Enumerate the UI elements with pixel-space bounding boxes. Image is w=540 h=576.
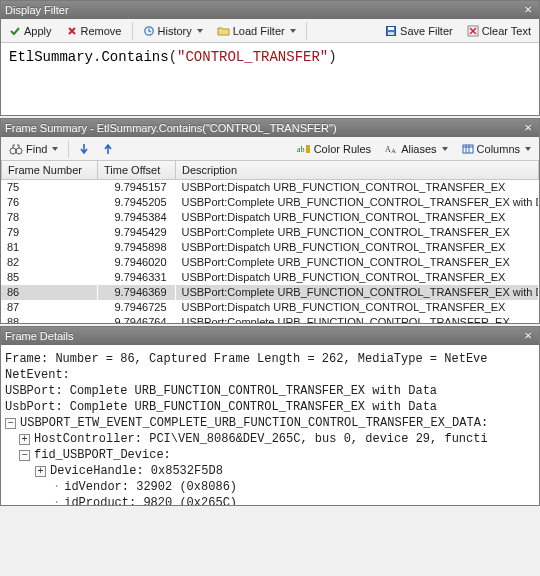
nav-up-button[interactable]: [97, 141, 119, 157]
detail-id-product[interactable]: · idProduct: 9820 (0x265C): [5, 495, 535, 505]
col-description[interactable]: Description: [176, 161, 539, 179]
cell-frame-number: 87: [1, 300, 97, 315]
detail-netevent[interactable]: NetEvent:: [5, 367, 535, 383]
cell-time-offset: 9.7946725: [97, 300, 175, 315]
cell-description: USBPort:Dispatch URB_FUNCTION_CONTROL_TR…: [175, 270, 539, 285]
close-icon[interactable]: ✕: [521, 329, 535, 343]
frame-details-body[interactable]: Frame: Number = 86, Captured Frame Lengt…: [1, 345, 539, 505]
display-filter-title: Display Filter: [5, 4, 521, 16]
separator: [306, 22, 307, 40]
detail-usbport-2[interactable]: UsbPort: Complete URB_FUNCTION_CONTROL_T…: [5, 399, 535, 415]
token-string: "CONTROL_TRANSFER": [177, 49, 328, 65]
cell-time-offset: 9.7945384: [97, 210, 175, 225]
token-method: Contains: [101, 49, 168, 65]
svg-rect-3: [388, 32, 394, 35]
aliases-label: Aliases: [401, 143, 436, 155]
table-row[interactable]: 879.7946725USBPort:Dispatch URB_FUNCTION…: [1, 300, 539, 315]
etw-text: USBPORT_ETW_EVENT_COMPLETE_URB_FUNCTION_…: [20, 416, 488, 430]
detail-hostcontroller[interactable]: + HostController: PCI\VEN_8086&DEV_265C,…: [5, 431, 535, 447]
table-row[interactable]: 869.7946369USBPort:Complete URB_FUNCTION…: [1, 285, 539, 300]
detail-device-handle[interactable]: + DeviceHandle: 0x8532F5D8: [5, 463, 535, 479]
color-rules-label: Color Rules: [314, 143, 371, 155]
separator: [68, 140, 69, 158]
folder-open-icon: [217, 25, 230, 37]
svg-rect-2: [388, 27, 394, 30]
history-label: History: [158, 25, 192, 37]
frame-summary-table: Frame Number Time Offset Description: [1, 161, 539, 180]
cell-time-offset: 9.7945205: [97, 195, 175, 210]
tree-toggle-minus-icon[interactable]: −: [5, 418, 16, 429]
cell-frame-number: 82: [1, 255, 97, 270]
cell-frame-number: 79: [1, 225, 97, 240]
color-rules-button[interactable]: ab Color Rules: [291, 141, 377, 157]
table-row[interactable]: 889.7946764USBPort:Complete URB_FUNCTION…: [1, 315, 539, 324]
tree-guide-icon: ·: [53, 480, 60, 494]
tree-toggle-minus-icon[interactable]: −: [19, 450, 30, 461]
separator: [132, 22, 133, 40]
cell-time-offset: 9.7946020: [97, 255, 175, 270]
display-filter-toolbar: Apply Remove History Load Filter: [1, 19, 539, 43]
frame-details-title: Frame Details: [5, 330, 521, 342]
filter-expression-editor[interactable]: EtlSummary.Contains("CONTROL_TRANSFER"): [1, 43, 539, 115]
svg-rect-8: [306, 145, 310, 153]
col-time-offset[interactable]: Time Offset: [98, 161, 176, 179]
table-scroll[interactable]: 759.7945157USBPort:Dispatch URB_FUNCTION…: [1, 180, 539, 324]
apply-button[interactable]: Apply: [3, 23, 58, 39]
history-dropdown[interactable]: History: [137, 23, 209, 39]
clear-text-label: Clear Text: [482, 25, 531, 37]
remove-button[interactable]: Remove: [60, 23, 128, 39]
detail-usbport-1[interactable]: USBPort: Complete URB_FUNCTION_CONTROL_T…: [5, 383, 535, 399]
find-dropdown[interactable]: Find: [3, 141, 64, 157]
arrow-down-icon: [79, 143, 89, 155]
cell-frame-number: 85: [1, 270, 97, 285]
cell-description: USBPort:Dispatch URB_FUNCTION_CONTROL_TR…: [175, 300, 539, 315]
svg-text:ab: ab: [297, 145, 305, 154]
arrow-up-icon: [103, 143, 113, 155]
detail-fid-usbport-device[interactable]: − fid_USBPORT_Device:: [5, 447, 535, 463]
load-filter-label: Load Filter: [233, 25, 285, 37]
table-row[interactable]: 829.7946020USBPort:Complete URB_FUNCTION…: [1, 255, 539, 270]
cell-time-offset: 9.7946764: [97, 315, 175, 324]
col-frame-number[interactable]: Frame Number: [2, 161, 98, 179]
frame-line-text: Frame: Number = 86, Captured Frame Lengt…: [5, 352, 487, 366]
detail-frame-line[interactable]: Frame: Number = 86, Captured Frame Lengt…: [5, 351, 535, 367]
cell-frame-number: 86: [1, 285, 97, 300]
aliases-dropdown[interactable]: AA Aliases: [379, 141, 453, 157]
color-rules-icon: ab: [297, 143, 311, 155]
table-row[interactable]: 819.7945898USBPort:Dispatch URB_FUNCTION…: [1, 240, 539, 255]
tree-toggle-plus-icon[interactable]: +: [19, 434, 30, 445]
table-row[interactable]: 799.7945429USBPort:Complete URB_FUNCTION…: [1, 225, 539, 240]
chevron-down-icon: [525, 147, 531, 151]
table-row[interactable]: 759.7945157USBPort:Dispatch URB_FUNCTION…: [1, 180, 539, 195]
clear-text-button[interactable]: Clear Text: [461, 23, 537, 39]
aliases-icon: AA: [385, 143, 398, 155]
cell-time-offset: 9.7945429: [97, 225, 175, 240]
table-row[interactable]: 859.7946331USBPort:Dispatch URB_FUNCTION…: [1, 270, 539, 285]
columns-icon: [462, 143, 474, 155]
x-red-icon: [66, 25, 78, 37]
table-row[interactable]: 789.7945384USBPort:Dispatch URB_FUNCTION…: [1, 210, 539, 225]
frame-summary-title: Frame Summary - EtlSummary.Contains("CON…: [5, 122, 521, 134]
load-filter-dropdown[interactable]: Load Filter: [211, 23, 302, 39]
close-icon[interactable]: ✕: [521, 121, 535, 135]
erase-icon: [467, 25, 479, 37]
table-row[interactable]: 769.7945205USBPort:Complete URB_FUNCTION…: [1, 195, 539, 210]
cell-description: USBPort:Dispatch URB_FUNCTION_CONTROL_TR…: [175, 240, 539, 255]
display-filter-panel: Display Filter ✕ Apply Remove History: [0, 0, 540, 116]
nav-down-button[interactable]: [73, 141, 95, 157]
detail-id-vendor[interactable]: · idVendor: 32902 (0x8086): [5, 479, 535, 495]
columns-dropdown[interactable]: Columns: [456, 141, 537, 157]
netevent-text: NetEvent:: [5, 368, 70, 382]
svg-rect-11: [463, 145, 473, 153]
tree-toggle-plus-icon[interactable]: +: [35, 466, 46, 477]
id-vendor-text: idVendor: 32902 (0x8086): [64, 480, 237, 494]
cell-description: USBPort:Dispatch URB_FUNCTION_CONTROL_TR…: [175, 210, 539, 225]
usbport2-text: UsbPort: Complete URB_FUNCTION_CONTROL_T…: [5, 400, 437, 414]
cell-description: USBPort:Complete URB_FUNCTION_CONTROL_TR…: [175, 195, 539, 210]
detail-etw-node[interactable]: − USBPORT_ETW_EVENT_COMPLETE_URB_FUNCTIO…: [5, 415, 535, 431]
token-object: EtlSummary: [9, 49, 93, 65]
save-filter-button[interactable]: Save Filter: [379, 23, 459, 39]
close-icon[interactable]: ✕: [521, 3, 535, 17]
cell-frame-number: 81: [1, 240, 97, 255]
cell-description: USBPort:Complete URB_FUNCTION_CONTROL_TR…: [175, 255, 539, 270]
